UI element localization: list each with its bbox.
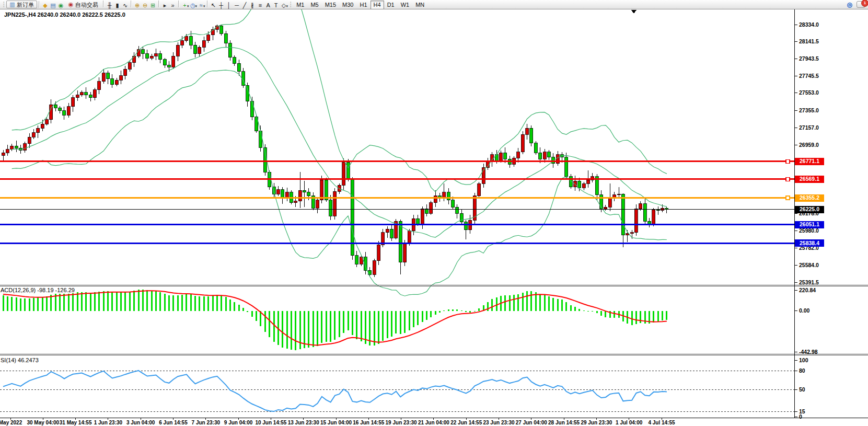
svg-text:4 Jul 14:55: 4 Jul 14:55 <box>648 420 675 425</box>
svg-text:27355.0: 27355.0 <box>799 107 819 113</box>
svg-text:7 Jun 23:30: 7 Jun 23:30 <box>192 420 221 425</box>
svg-text:27 Jun 04:00: 27 Jun 04:00 <box>516 420 547 425</box>
svg-text:27157.0: 27157.0 <box>799 124 819 131</box>
line-chart-icon[interactable]: ∿ <box>121 2 129 9</box>
timeframe-m30-button[interactable]: M30 <box>339 1 356 9</box>
notifications-icon[interactable]: 1 <box>857 1 865 8</box>
svg-text:10 Jun 14:55: 10 Jun 14:55 <box>255 420 286 425</box>
crosshair-icon[interactable]: ┼ <box>217 2 225 9</box>
text-icon[interactable]: A <box>264 2 272 9</box>
svg-text:28 Jun 14:55: 28 Jun 14:55 <box>548 420 580 425</box>
candlestick-chart-icon[interactable]: ▮ <box>113 2 121 9</box>
template-icon-dropdown[interactable]: ▾ <box>203 4 205 8</box>
timeframe-toolbar: M1M5M15M30H1H4D1W1MN <box>293 0 427 9</box>
mt4-window: ┆ ▥ 新订单 ◆▤◉ ◉ 自动交易 ╫▮∿⊕⊖⊞▸»+▾◷▾≈▾↖┼│─╱∦≡… <box>0 0 868 426</box>
fibonacci-icon[interactable]: ≡ <box>257 2 264 9</box>
new-order-button[interactable]: ▥ 新订单 <box>6 1 37 8</box>
chart-canvas[interactable]: 28334.028141.527943.527745.527553.027355… <box>0 0 868 426</box>
timeframe-d1-button[interactable]: D1 <box>384 1 398 9</box>
svg-text:22 Jun 14:55: 22 Jun 14:55 <box>450 420 482 425</box>
svg-text:29 Jun 23:30: 29 Jun 23:30 <box>581 420 612 425</box>
auto-scroll-icon[interactable]: ▸ <box>161 2 169 9</box>
svg-text:27745.5: 27745.5 <box>799 73 819 79</box>
svg-text:9 Jun 04:00: 9 Jun 04:00 <box>224 420 253 425</box>
toolbar-separator <box>178 1 179 7</box>
timeframe-mn-button[interactable]: MN <box>412 1 427 9</box>
signals-icon[interactable]: ◉ <box>57 2 65 9</box>
svg-text:0: 0 <box>799 413 802 420</box>
search-icon[interactable]: ◎ <box>847 1 852 8</box>
svg-text:23 Jun 23:30: 23 Jun 23:30 <box>483 420 514 425</box>
svg-text:15 Jun 04:00: 15 Jun 04:00 <box>320 420 352 425</box>
svg-text:19 Jun 23:30: 19 Jun 23:30 <box>386 420 417 425</box>
svg-text:26771.1: 26771.1 <box>800 158 819 164</box>
svg-text:26569.1: 26569.1 <box>800 176 819 182</box>
trendline-icon[interactable]: ╱ <box>241 2 249 9</box>
notification-badge: 1 <box>861 0 868 7</box>
toolbar-grip: ┆ <box>2 2 5 7</box>
svg-text:21 Jun 04:00: 21 Jun 04:00 <box>418 420 449 425</box>
toolbar-separator <box>103 1 104 7</box>
toolbar-separator <box>39 1 40 8</box>
timeframe-m15-button[interactable]: M15 <box>322 1 339 9</box>
svg-text:26225.0: 26225.0 <box>800 206 819 212</box>
svg-text:1 Jun 23:30: 1 Jun 23:30 <box>94 420 123 425</box>
time-axis: May 202230 May 04:0031 May 14:551 Jun 23… <box>0 418 675 425</box>
svg-text:16 Jun 14:55: 16 Jun 14:55 <box>353 420 384 425</box>
timeframe-w1-button[interactable]: W1 <box>398 1 413 9</box>
expert-advisors-icon[interactable]: ◆ <box>41 2 49 9</box>
zoom-in-icon[interactable]: ⊕ <box>133 2 141 9</box>
toolbar-group-general: ◆▤◉ <box>41 0 65 9</box>
timeframe-h1-button[interactable]: H1 <box>357 1 371 9</box>
svg-text:25584.0: 25584.0 <box>799 262 819 268</box>
svg-text:25838.4: 25838.4 <box>800 240 819 246</box>
toolbar-grip: ┆ <box>289 2 292 7</box>
horizontal-line-icon[interactable]: ─ <box>233 2 241 9</box>
market-watch-icon[interactable]: ▤ <box>49 2 57 9</box>
svg-text:26959.0: 26959.0 <box>799 142 819 148</box>
label-icon[interactable]: T <box>272 2 280 9</box>
svg-text:25980.0: 25980.0 <box>799 227 819 234</box>
tile-windows-icon[interactable]: ⊞ <box>149 2 157 9</box>
auto-trading-button[interactable]: ◉ 自动交易 <box>65 1 101 8</box>
new-order-icon: ▥ <box>9 1 15 8</box>
toolbar-groups: ╫▮∿⊕⊖⊞▸»+▾◷▾≈▾↖┼│─╱∦≡AT◇▾ <box>101 0 288 9</box>
svg-text:0.00: 0.00 <box>799 307 810 314</box>
timeframe-h4-button[interactable]: H4 <box>371 1 384 9</box>
svg-text:80: 80 <box>799 367 805 374</box>
svg-text:28141.5: 28141.5 <box>799 38 819 44</box>
svg-text:May 2022: May 2022 <box>0 420 22 425</box>
toolbar-separator <box>158 1 159 7</box>
svg-text:220.84: 220.84 <box>799 287 816 293</box>
toolbar-right-cluster: ◎ 1 <box>847 1 865 8</box>
svg-text:30 May 04:00: 30 May 04:00 <box>27 420 59 425</box>
svg-text:-442.98: -442.98 <box>799 349 818 355</box>
auto-trading-label: 自动交易 <box>75 1 98 8</box>
new-order-label: 新订单 <box>17 1 34 8</box>
svg-text:50: 50 <box>799 386 805 393</box>
timeframe-m5-button[interactable]: M5 <box>307 1 321 9</box>
vertical-line-icon[interactable]: │ <box>225 2 233 9</box>
channel-icon[interactable]: ∦ <box>249 2 257 9</box>
timeframe-m1-button[interactable]: M1 <box>293 1 307 9</box>
svg-text:1 Jul 04:00: 1 Jul 04:00 <box>616 420 643 425</box>
chart-shift-icon[interactable]: » <box>169 2 177 9</box>
toolbar-separator <box>131 1 132 7</box>
main-toolbar: ┆ ▥ 新订单 ◆▤◉ ◉ 自动交易 ╫▮∿⊕⊖⊞▸»+▾◷▾≈▾↖┼│─╱∦≡… <box>0 0 868 9</box>
svg-text:28334.0: 28334.0 <box>799 21 819 28</box>
svg-text:3 Jun 04:00: 3 Jun 04:00 <box>126 420 155 425</box>
bar-chart-icon[interactable]: ╫ <box>106 2 113 9</box>
svg-text:31 May 14:55: 31 May 14:55 <box>60 420 92 425</box>
svg-text:25391.5: 25391.5 <box>799 279 819 285</box>
svg-text:27553.0: 27553.0 <box>799 89 819 96</box>
toolbar-separator <box>207 1 208 7</box>
cursor-icon[interactable]: ↖ <box>210 2 217 9</box>
svg-text:13 Jun 23:30: 13 Jun 23:30 <box>288 420 319 425</box>
auto-trading-icon: ◉ <box>68 1 74 8</box>
svg-text:26051.1: 26051.1 <box>800 221 819 227</box>
svg-text:6 Jun 14:55: 6 Jun 14:55 <box>159 420 188 425</box>
svg-text:26355.2: 26355.2 <box>800 194 819 201</box>
zoom-out-icon[interactable]: ⊖ <box>141 2 149 9</box>
shapes-icon-dropdown[interactable]: ▾ <box>286 4 288 8</box>
svg-text:100: 100 <box>799 357 808 363</box>
